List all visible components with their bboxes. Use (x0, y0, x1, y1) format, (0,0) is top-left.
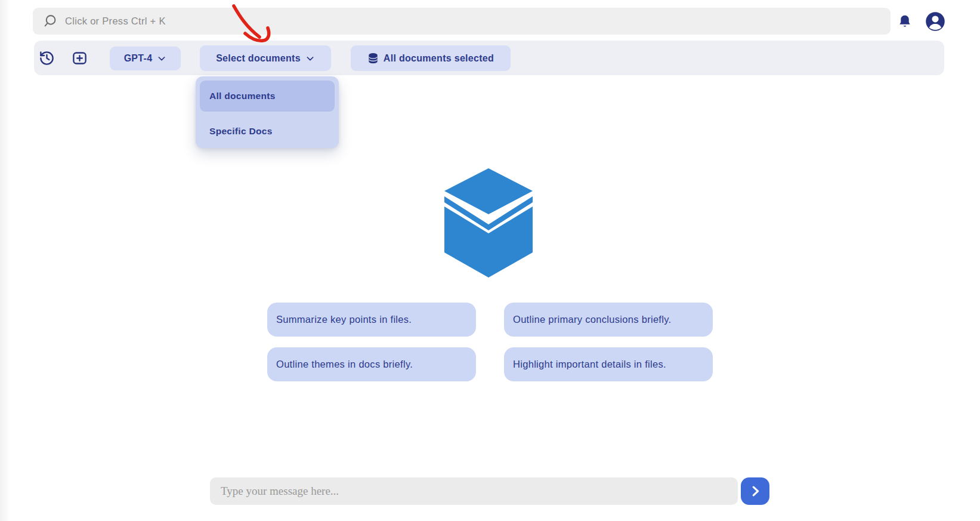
search-icon (42, 14, 57, 29)
message-input[interactable] (210, 477, 738, 505)
sidebar-edge (0, 0, 11, 521)
suggestion-button[interactable]: Highlight important details in files. (504, 347, 713, 381)
chevron-down-icon (157, 54, 166, 63)
logo-body (444, 206, 533, 278)
send-button[interactable] (741, 477, 769, 505)
chevron-down-icon (305, 54, 315, 63)
suggestion-label: Outline themes in docs briefly. (276, 359, 413, 370)
new-chat-button[interactable] (70, 49, 88, 67)
user-avatar[interactable] (925, 11, 946, 32)
model-label: GPT-4 (124, 53, 153, 64)
user-circle-icon (925, 11, 946, 32)
documents-dropdown-menu: All documents Specific Docs (196, 76, 339, 148)
suggestion-button[interactable]: Outline primary conclusions briefly. (504, 303, 713, 337)
select-documents-button[interactable]: Select documents (200, 45, 331, 71)
new-chat-plus-icon (72, 50, 88, 66)
dropdown-item-all-documents[interactable]: All documents (200, 81, 335, 112)
database-icon (367, 53, 379, 64)
suggestion-button[interactable]: Outline themes in docs briefly. (267, 347, 476, 381)
selection-status-label: All documents selected (384, 53, 494, 64)
search-input[interactable] (57, 8, 891, 35)
chevron-right-icon (749, 485, 762, 498)
suggestion-button[interactable]: Summarize key points in files. (267, 303, 476, 337)
dropdown-item-label: Specific Docs (209, 126, 273, 137)
suggestion-label: Summarize key points in files. (276, 314, 412, 325)
dropdown-item-label: All documents (209, 91, 276, 101)
dropdown-item-specific-docs[interactable]: Specific Docs (200, 116, 335, 147)
app-root: GPT-4 Select documents All documents sel… (0, 0, 980, 521)
history-icon (39, 50, 55, 66)
model-select-button[interactable]: GPT-4 (110, 47, 181, 70)
bell-icon (897, 13, 913, 30)
suggestion-label: Outline primary conclusions briefly. (513, 314, 671, 325)
app-logo (444, 168, 533, 278)
notifications-button[interactable] (896, 12, 914, 31)
selection-status-button[interactable]: All documents selected (351, 45, 511, 71)
suggestion-label: Highlight important details in files. (513, 359, 666, 370)
global-search[interactable] (33, 8, 891, 35)
history-button[interactable] (38, 49, 55, 67)
select-documents-label: Select documents (216, 53, 301, 64)
